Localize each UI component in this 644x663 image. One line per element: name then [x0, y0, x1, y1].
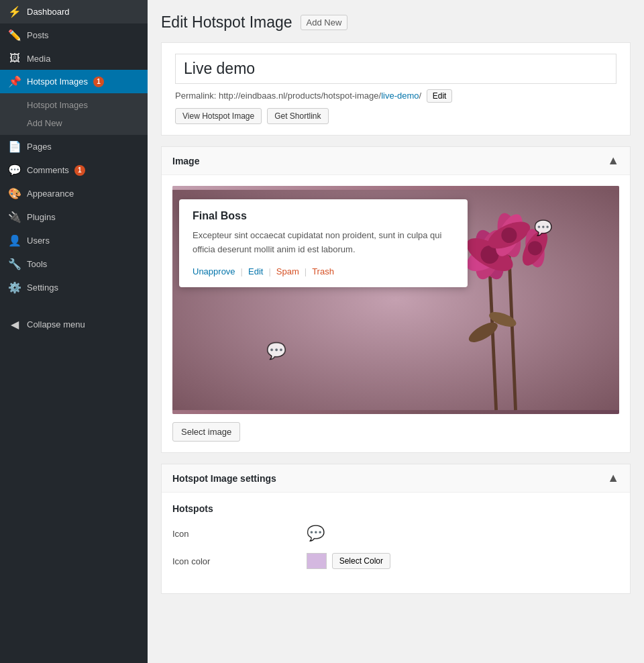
permalink-slug[interactable]: live-demo — [381, 91, 419, 101]
tooltip-actions: Unapprove | Edit | Spam | Trash — [193, 266, 454, 276]
chat-bubble-3[interactable]: 💬 — [266, 342, 286, 360]
permalink-row: Permalink: http://eindbaas.nl/products/h… — [175, 89, 616, 103]
icon-color-label: Icon color — [172, 556, 307, 566]
sidebar-subitem-hotspot-images-add[interactable]: Add New — [0, 114, 148, 132]
tooltip-spam-btn[interactable]: Spam — [276, 266, 299, 276]
image-area: 💬 💬 💬 Final Boss Excepteur sint occaecat… — [172, 186, 619, 414]
image-metabox: Image ▲ — [161, 146, 631, 453]
page-title: Edit Hotspot Image — [161, 13, 292, 32]
appearance-icon: 🎨 — [8, 187, 21, 200]
settings-metabox-body: Hotspots Icon 💬 Icon color Select Color — [162, 493, 630, 593]
icon-row: Icon 💬 — [172, 525, 619, 542]
add-new-button[interactable]: Add New — [301, 15, 348, 30]
select-color-button[interactable]: Select Color — [332, 553, 390, 569]
icon-label: Icon — [172, 529, 307, 539]
sidebar-item-settings[interactable]: ⚙️ Settings — [0, 276, 148, 299]
pages-icon: 📄 — [8, 140, 21, 153]
sidebar-item-posts[interactable]: ✏️ Posts — [0, 23, 148, 47]
svg-point-14 — [528, 241, 542, 255]
tooltip-title: Final Boss — [193, 210, 454, 222]
sidebar-item-comments[interactable]: 💬 Comments 1 — [0, 158, 148, 182]
image-metabox-title: Image — [172, 156, 199, 166]
get-shortlink-button[interactable]: Get Shortlink — [267, 108, 328, 124]
sidebar-item-dashboard[interactable]: ⚡ Dashboard — [0, 0, 148, 23]
sidebar-subitem-hotspot-images-all[interactable]: Hotspot Images — [0, 96, 148, 114]
icon-color-picker: Select Color — [307, 553, 390, 569]
image-metabox-body: 💬 💬 💬 Final Boss Excepteur sint occaecat… — [162, 175, 630, 452]
settings-metabox: Hotspot Image settings ▲ Hotspots Icon 💬… — [161, 464, 631, 594]
settings-metabox-header: Hotspot Image settings ▲ — [162, 464, 630, 493]
collapse-icon: ◀ — [8, 318, 21, 331]
hotspots-section: Hotspots Icon 💬 Icon color Select Color — [172, 503, 619, 569]
sidebar-item-plugins[interactable]: 🔌 Plugins — [0, 205, 148, 229]
tooltip-popup: Final Boss Excepteur sint occaecat cupid… — [179, 199, 468, 287]
settings-icon: ⚙️ — [8, 281, 21, 294]
image-metabox-header: Image ▲ — [162, 147, 630, 175]
tooltip-unapprove-btn[interactable]: Unapprove — [193, 266, 235, 276]
sidebar-item-tools[interactable]: 🔧 Tools — [0, 252, 148, 276]
hotspot-images-badge: 1 — [93, 76, 104, 87]
tooltip-edit-btn[interactable]: Edit — [248, 266, 263, 276]
posts-icon: ✏️ — [8, 29, 21, 42]
tooltip-trash-btn[interactable]: Trash — [312, 266, 334, 276]
hotspot-images-submenu: Hotspot Images Add New — [0, 93, 148, 135]
sidebar-collapse-menu[interactable]: ◀ Collapse menu — [0, 313, 148, 336]
hotspots-section-title: Hotspots — [172, 503, 619, 514]
tools-icon: 🔧 — [8, 258, 21, 270]
select-image-button[interactable]: Select image — [172, 422, 240, 442]
settings-metabox-title: Hotspot Image settings — [172, 473, 276, 484]
permalink-prefix: Permalink: http://eindbaas.nl/products/h… — [175, 91, 381, 101]
comments-icon: 💬 — [8, 164, 21, 176]
permalink-edit-button[interactable]: Edit — [427, 89, 453, 103]
users-icon: 👤 — [8, 234, 21, 247]
sidebar-item-users[interactable]: 👤 Users — [0, 229, 148, 252]
sidebar: ⚡ Dashboard ✏️ Posts 🖼 Media 📌 Hotspot I… — [0, 0, 148, 663]
post-title-box: Permalink: http://eindbaas.nl/products/h… — [161, 42, 631, 136]
hotspot-images-icon: 📌 — [8, 75, 21, 88]
sidebar-item-hotspot-images[interactable]: 📌 Hotspot Images 1 — [0, 70, 148, 93]
action-buttons: View Hotspot Image Get Shortlink — [175, 108, 616, 124]
dashboard-icon: ⚡ — [8, 5, 21, 18]
media-icon: 🖼 — [8, 52, 21, 64]
image-metabox-toggle[interactable]: ▲ — [607, 154, 619, 168]
icon-value: 💬 — [307, 525, 325, 542]
page-header: Edit Hotspot Image Add New — [161, 13, 631, 32]
chat-bubble-2[interactable]: 💬 — [534, 219, 552, 237]
view-hotspot-image-button[interactable]: View Hotspot Image — [175, 108, 262, 124]
icon-color-row: Icon color Select Color — [172, 553, 619, 569]
plugins-icon: 🔌 — [8, 211, 21, 223]
sidebar-item-appearance[interactable]: 🎨 Appearance — [0, 182, 148, 205]
sidebar-item-media[interactable]: 🖼 Media — [0, 47, 148, 70]
sidebar-item-pages[interactable]: 📄 Pages — [0, 135, 148, 158]
main-content: Edit Hotspot Image Add New Permalink: ht… — [148, 0, 644, 663]
color-swatch[interactable] — [307, 553, 327, 569]
settings-metabox-toggle[interactable]: ▲ — [607, 471, 619, 485]
post-title-input[interactable] — [175, 54, 616, 84]
comments-badge: 1 — [74, 165, 85, 176]
svg-point-11 — [501, 227, 517, 243]
tooltip-body: Excepteur sint occaecat cupidatat non pr… — [193, 229, 454, 257]
